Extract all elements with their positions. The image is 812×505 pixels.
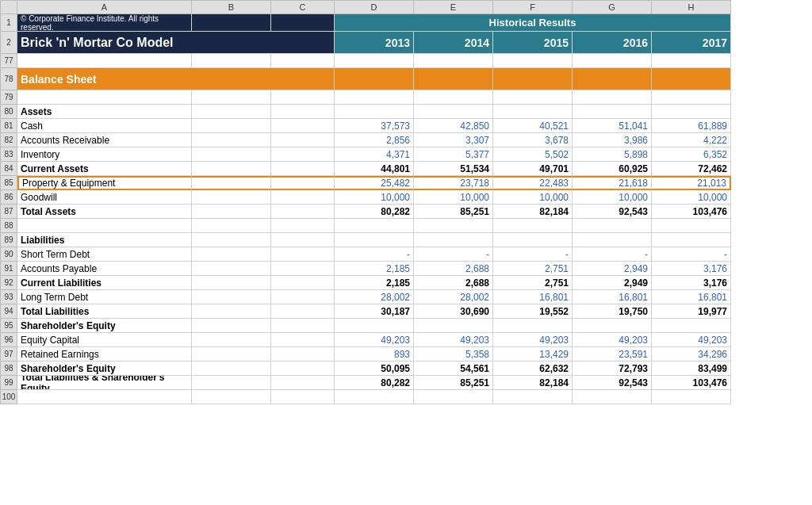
cell-2-f: 2015	[493, 32, 573, 54]
cell-95-c	[271, 319, 335, 333]
cell-77-a	[17, 54, 192, 68]
cell-79-e	[414, 90, 493, 105]
cell-97-a: Retained Earnings	[17, 347, 192, 362]
cell-98-d: 50,095	[335, 362, 414, 376]
ar-label: Accounts Receivable	[21, 135, 109, 146]
row-num-86: 86	[0, 190, 17, 205]
cell-79-c	[271, 90, 335, 105]
row-num-84: 84	[0, 162, 17, 176]
row-num-93: 93	[0, 290, 17, 304]
row-num-2: 2	[0, 32, 17, 54]
row-86: 86 Goodwill 10,000 10,000 10,000 10,000 …	[0, 190, 812, 205]
cell-98-a: Shareholder's Equity	[17, 362, 192, 376]
cell-97-b	[192, 347, 271, 362]
cell-93-g: 16,801	[573, 290, 652, 304]
cell-85-g: 21,618	[573, 176, 652, 190]
cell-81-g: 51,041	[573, 119, 652, 133]
row-num-78: 78	[0, 68, 17, 90]
cell-100-g	[573, 390, 652, 404]
cash-2013: 37,573	[381, 121, 410, 132]
cell-92-h: 3,176	[652, 276, 731, 290]
cell-93-d: 28,002	[335, 290, 414, 304]
column-headers: A B C D E F G H	[0, 0, 812, 14]
cell-97-d: 893	[335, 347, 414, 362]
cell-84-h: 72,462	[652, 162, 731, 176]
cell-98-h: 83,499	[652, 362, 731, 376]
cell-78-h	[652, 68, 731, 90]
cell-77-e	[414, 54, 493, 68]
cell-92-d: 2,185	[335, 276, 414, 290]
cell-81-f: 40,521	[493, 119, 573, 133]
cell-100-a	[17, 390, 192, 404]
cell-98-e: 54,561	[414, 362, 493, 376]
col-header-a: A	[17, 0, 192, 14]
row-num-95: 95	[0, 319, 17, 333]
row-num-89: 89	[0, 233, 17, 247]
cell-96-b	[192, 333, 271, 347]
historical-results-label: Historical Results	[489, 17, 576, 29]
cash-label: Cash	[21, 121, 43, 132]
cell-94-d: 30,187	[335, 304, 414, 319]
cell-90-a: Short Term Debt	[17, 247, 192, 262]
cell-85-h: 21,013	[652, 176, 731, 190]
cell-78-f	[493, 68, 573, 90]
cell-92-e: 2,688	[414, 276, 493, 290]
cell-89-e	[414, 233, 493, 247]
cell-83-a: Inventory	[17, 147, 192, 162]
cell-2-e: 2014	[414, 32, 493, 54]
row-88: 88	[0, 219, 812, 233]
cell-2-d: 2013	[335, 32, 414, 54]
cell-81-a: Cash	[17, 119, 192, 133]
cell-86-a: Goodwill	[17, 190, 192, 205]
cell-93-c	[271, 290, 335, 304]
model-title: Brick 'n' Mortar Co Model	[21, 36, 174, 50]
row-93: 93 Long Term Debt 28,002 28,002 16,801 1…	[0, 290, 812, 304]
cell-79-a	[17, 90, 192, 105]
row-num-80: 80	[0, 105, 17, 119]
row-num-81: 81	[0, 119, 17, 133]
cell-83-d: 4,371	[335, 147, 414, 162]
row-79: 79	[0, 90, 812, 105]
cell-80-f	[493, 105, 573, 119]
cell-94-b	[192, 304, 271, 319]
cell-91-h: 3,176	[652, 262, 731, 276]
cell-83-f: 5,502	[493, 147, 573, 162]
cell-88-h	[652, 219, 731, 233]
cell-100-b	[192, 390, 271, 404]
cell-98-g: 72,793	[573, 362, 652, 376]
cell-85-e: 23,718	[414, 176, 493, 190]
row-89: 89 Liabilities	[0, 233, 812, 247]
col-header-g: G	[573, 0, 652, 14]
cell-91-d: 2,185	[335, 262, 414, 276]
cell-95-b	[192, 319, 271, 333]
cash-2016: 51,041	[619, 121, 648, 132]
row-num-1: 1	[0, 14, 17, 32]
cell-93-f: 16,801	[493, 290, 573, 304]
cell-79-b	[192, 90, 271, 105]
cell-96-f: 49,203	[493, 333, 573, 347]
cell-80-a: Assets	[17, 105, 192, 119]
cell-93-e: 28,002	[414, 290, 493, 304]
cell-94-c	[271, 304, 335, 319]
cell-88-a	[17, 219, 192, 233]
cell-94-g: 19,750	[573, 304, 652, 319]
row-num-99: 99	[0, 376, 17, 390]
cell-85-a: Property & Equipment	[17, 176, 192, 190]
cell-87-h: 103,476	[652, 205, 731, 219]
cell-77-b	[192, 54, 271, 68]
cell-1-a: © Corporate Finance Institute. All right…	[17, 14, 192, 32]
cell-84-c	[271, 162, 335, 176]
cell-1-d: Historical Results	[335, 14, 731, 32]
assets-label: Assets	[21, 106, 52, 117]
row-num-82: 82	[0, 133, 17, 147]
cell-91-b	[192, 262, 271, 276]
row-91: 91 Accounts Payable 2,185 2,688 2,751 2,…	[0, 262, 812, 276]
cell-87-c	[271, 205, 335, 219]
year-2016: 2016	[623, 36, 648, 49]
cell-94-h: 19,977	[652, 304, 731, 319]
cell-92-g: 2,949	[573, 276, 652, 290]
row-90: 90 Short Term Debt - - - - -	[0, 247, 812, 262]
cell-83-b	[192, 147, 271, 162]
row-81: 81 Cash 37,573 42,850 40,521 51,041 61,8…	[0, 119, 812, 133]
cell-77-c	[271, 54, 335, 68]
